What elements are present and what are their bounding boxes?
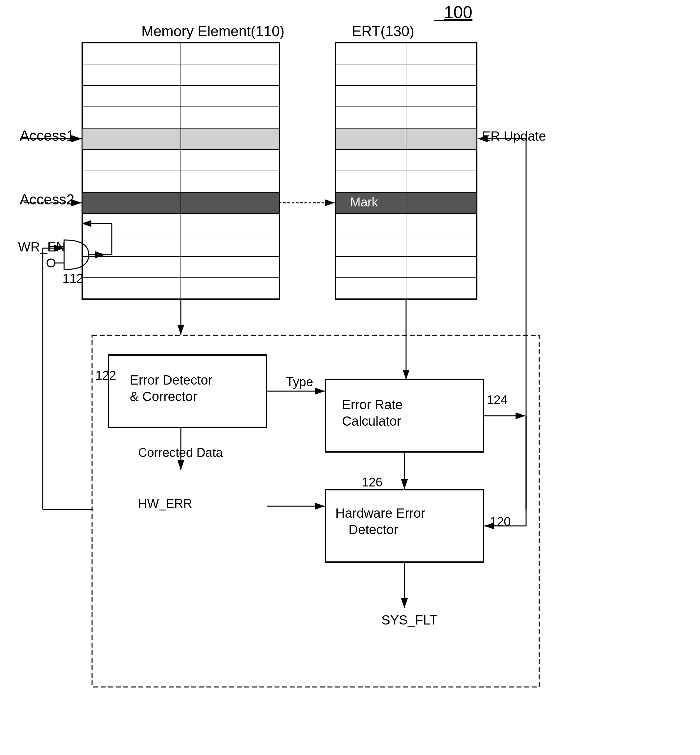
error-rate-id: 124 [487, 393, 507, 407]
hw-error-label: Hardware Error [335, 506, 425, 520]
and-gate [64, 240, 89, 270]
error-rate-label: Error Rate [342, 398, 403, 412]
type-label: Type [286, 375, 313, 389]
access2-label: Access2 [20, 191, 74, 207]
ert-label: ERT(130) [352, 23, 414, 39]
access1-label: Access1 [20, 128, 74, 144]
dashed-outer-box [92, 335, 539, 687]
hw-error-detector-label: Detector [348, 522, 398, 537]
memory-element-label: Memory Element(110) [141, 23, 284, 39]
dashed-box-id: 120 [490, 515, 511, 529]
error-detector-id: 122 [95, 368, 116, 382]
corrected-data-label: Corrected Data [138, 446, 223, 460]
mark-label: Mark [350, 195, 378, 209]
diagram-container: 100 Memory Element(110) ERT(130) [0, 0, 700, 755]
diagram-title: 100 [444, 3, 472, 22]
error-detector-label: Error Detector [130, 373, 212, 387]
sys-flt-label: SYS_FLT [381, 613, 437, 627]
er-update-label: ER Update [482, 129, 546, 143]
hw-error-id: 126 [362, 475, 382, 489]
hw-err-label: HW_ERR [138, 497, 192, 510]
error-rate-calculator-label: Calculator [342, 414, 401, 428]
gate-bubble [47, 259, 55, 267]
error-corrector-label: & Corrector [130, 389, 197, 404]
gate-label: 112 [62, 271, 83, 285]
